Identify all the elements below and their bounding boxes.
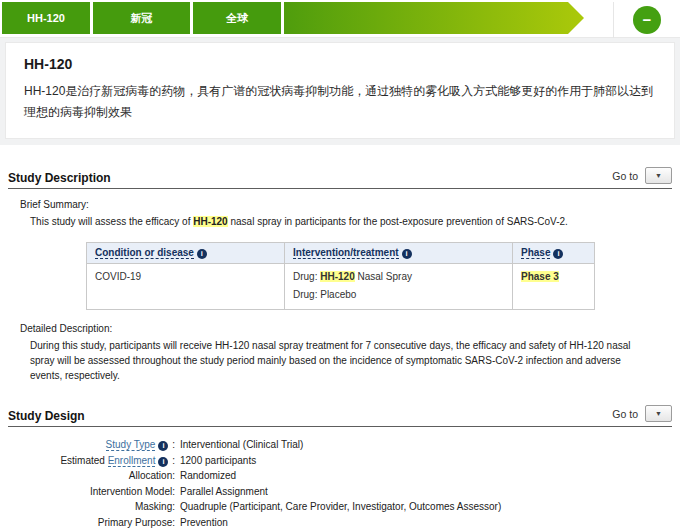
intervention-cell: Drug: HH-120 Nasal Spray Drug: Placebo [285, 264, 513, 310]
masking-value: Quadruple (Participant, Care Provider, I… [180, 499, 672, 515]
study-title: HH-120 [24, 56, 656, 72]
field-row-intervention-model: Intervention Model: Parallel Assignment [8, 484, 672, 500]
top-nav-bar: HH-120 新冠 全球 − [0, 0, 680, 38]
condition-intervention-table: Condition or diseasei Intervention/treat… [86, 242, 595, 310]
brief-summary-text: This study will assess the efficacy of H… [30, 214, 650, 229]
primary-purpose-value: Prevention [180, 515, 672, 531]
nav-tab-xinguan[interactable]: 新冠 [93, 2, 190, 34]
nav-tab-quanqiu[interactable]: 全球 [193, 2, 281, 34]
info-icon[interactable]: i [158, 441, 168, 451]
study-design-heading: Study Design [8, 409, 85, 423]
study-design-fields: Study Typei : Interventional (Clinical T… [8, 437, 672, 531]
intervention-drug-1: Drug: HH-120 Nasal Spray [293, 271, 504, 282]
goto-control: Go to ▼ [612, 167, 672, 184]
goto-control: Go to ▼ [612, 405, 672, 422]
header-band: HH-120 HH-120是治疗新冠病毒的药物，具有广谱的冠状病毒抑制功能，通过… [0, 38, 680, 145]
study-type-value: Interventional (Clinical Trial) [180, 437, 672, 453]
nav-button-area: − [614, 2, 680, 37]
goto-label: Go to [612, 408, 638, 420]
drug-name-highlight: HH-120 [320, 271, 354, 282]
brief-summary-pre: This study will assess the efficacy of [30, 216, 193, 227]
study-header-card: HH-120 HH-120是治疗新冠病毒的药物，具有广谱的冠状病毒抑制功能，通过… [5, 42, 675, 139]
field-row-primary-purpose: Primary Purpose: Prevention [8, 515, 672, 531]
brief-summary-highlight: HH-120 [193, 216, 227, 227]
nav-spacer [584, 2, 613, 37]
study-description-section-header: Study Description Go to ▼ [8, 167, 672, 189]
allocation-value: Randomized [180, 468, 672, 484]
allocation-label: Allocation [129, 470, 172, 481]
intervention-header-link[interactable]: Intervention/treatment [293, 247, 399, 259]
brief-summary-post: nasal spray in participants for the post… [228, 216, 568, 227]
table-header-row: Condition or diseasei Intervention/treat… [87, 243, 595, 264]
main-content: Study Description Go to ▼ Brief Summary:… [0, 167, 680, 531]
field-row-masking: Masking: Quadruple (Participant, Care Pr… [8, 499, 672, 515]
info-icon[interactable]: i [553, 249, 563, 259]
study-type-link[interactable]: Study Type [106, 439, 156, 451]
info-icon[interactable]: i [158, 457, 168, 467]
info-icon[interactable]: i [402, 249, 412, 259]
study-description-heading: Study Description [8, 171, 111, 185]
detailed-description-label: Detailed Description: [20, 323, 672, 334]
detailed-description-text: During this study, participants will rec… [30, 338, 650, 383]
col-header-intervention: Intervention/treatmenti [285, 243, 513, 264]
field-row-enrollment: Estimated Enrollmenti : 1200 participant… [8, 453, 672, 469]
masking-label: Masking [135, 501, 172, 512]
brief-summary-label: Brief Summary: [20, 199, 672, 210]
nav-tab-hh120[interactable]: HH-120 [2, 2, 90, 34]
table-row: COVID-19 Drug: HH-120 Nasal Spray Drug: … [87, 264, 595, 310]
info-icon[interactable]: i [197, 249, 207, 259]
enrollment-link[interactable]: Enrollment [108, 455, 156, 467]
col-header-condition: Condition or diseasei [87, 243, 285, 264]
field-row-study-type: Study Typei : Interventional (Clinical T… [8, 437, 672, 453]
phase-highlight: Phase 3 [521, 271, 559, 282]
intervention-model-value: Parallel Assignment [180, 484, 672, 500]
condition-header-link[interactable]: Condition or disease [95, 247, 194, 259]
field-row-allocation: Allocation: Randomized [8, 468, 672, 484]
progress-arrow [284, 2, 584, 34]
collapse-minus-button[interactable]: − [633, 6, 661, 34]
condition-cell: COVID-19 [87, 264, 285, 310]
goto-dropdown[interactable]: ▼ [645, 405, 672, 422]
phase-cell: Phase 3 [513, 264, 595, 310]
study-description-zh: HH-120是治疗新冠病毒的药物，具有广谱的冠状病毒抑制功能，通过独特的雾化吸入… [24, 81, 656, 123]
goto-dropdown[interactable]: ▼ [645, 167, 672, 184]
study-design-section-header: Study Design Go to ▼ [8, 405, 672, 427]
intervention-model-label: Intervention Model [90, 486, 172, 497]
intervention-drug-2: Drug: Placebo [293, 289, 504, 300]
enrollment-value: 1200 participants [180, 453, 672, 469]
phase-header-link[interactable]: Phase [521, 247, 550, 259]
col-header-phase: Phasei [513, 243, 595, 264]
goto-label: Go to [612, 170, 638, 182]
primary-purpose-label: Primary Purpose [98, 517, 172, 528]
